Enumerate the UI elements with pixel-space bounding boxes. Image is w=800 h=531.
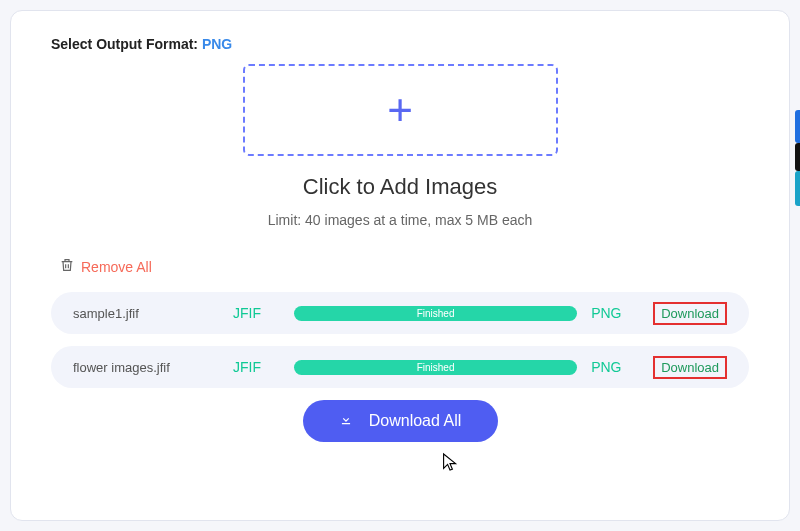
- side-tabs: [795, 110, 800, 206]
- file-input-format: JFIF: [233, 359, 288, 375]
- file-row: sample1.jfif JFIF Finished PNG Download: [51, 292, 749, 334]
- file-list: sample1.jfif JFIF Finished PNG Download …: [51, 292, 749, 388]
- file-output-format: PNG: [591, 305, 653, 321]
- remove-all-button[interactable]: Remove All: [59, 256, 152, 278]
- add-images-dropzone[interactable]: +: [243, 64, 558, 156]
- file-name: flower images.jfif: [73, 360, 233, 375]
- progress-wrap: Finished: [294, 360, 577, 375]
- plus-icon: +: [387, 88, 413, 132]
- download-all-button[interactable]: Download All: [303, 400, 498, 442]
- file-input-format: JFIF: [233, 305, 288, 321]
- side-tab[interactable]: [795, 171, 800, 206]
- output-format-label: Select Output Format:: [51, 36, 198, 52]
- trash-icon: [59, 256, 75, 278]
- limit-text: Limit: 40 images at a time, max 5 MB eac…: [51, 212, 749, 228]
- output-format-line: Select Output Format: PNG: [51, 36, 749, 52]
- side-tab[interactable]: [795, 110, 800, 143]
- download-all-label: Download All: [369, 412, 462, 430]
- converter-panel: Select Output Format: PNG + Click to Add…: [10, 10, 790, 521]
- file-row: flower images.jfif JFIF Finished PNG Dow…: [51, 346, 749, 388]
- progress-label: Finished: [417, 308, 455, 319]
- progress-wrap: Finished: [294, 306, 577, 321]
- download-button[interactable]: Download: [653, 356, 727, 379]
- side-tab[interactable]: [795, 143, 800, 171]
- add-images-title: Click to Add Images: [51, 174, 749, 200]
- progress-bar: Finished: [294, 306, 577, 321]
- remove-all-label: Remove All: [81, 259, 152, 275]
- file-name: sample1.jfif: [73, 306, 233, 321]
- progress-label: Finished: [417, 362, 455, 373]
- download-icon: [339, 411, 353, 431]
- cursor-icon: [442, 452, 458, 476]
- file-output-format: PNG: [591, 359, 653, 375]
- output-format-value[interactable]: PNG: [202, 36, 232, 52]
- progress-bar: Finished: [294, 360, 577, 375]
- download-button[interactable]: Download: [653, 302, 727, 325]
